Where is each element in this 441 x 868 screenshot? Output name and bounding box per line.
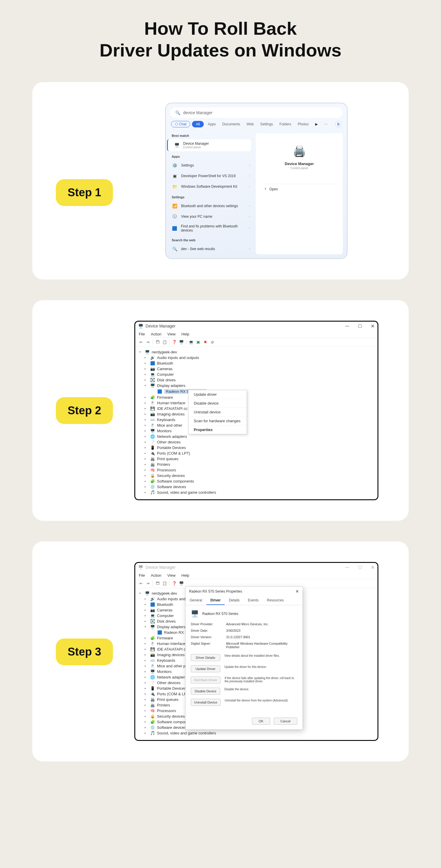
menu-view[interactable]: View	[167, 332, 175, 336]
menu-action[interactable]: Action	[151, 332, 161, 336]
minimize-button[interactable]: —	[345, 565, 349, 570]
tab-chat[interactable]: ⬡Chat	[171, 121, 190, 127]
tool-icon[interactable]: ❓	[171, 580, 177, 587]
tree-portable[interactable]: Portable Devices	[157, 686, 186, 690]
tool-icon[interactable]: ⊘	[209, 339, 215, 345]
disable-device-button[interactable]: Disable Device	[191, 688, 220, 695]
tree-print-queues[interactable]: Print queues	[157, 698, 178, 702]
tree-imaging[interactable]: Imaging devices	[157, 412, 184, 416]
tree-computer[interactable]: Computer	[157, 372, 174, 377]
maximize-button[interactable]: ▢	[358, 323, 362, 329]
tree-sound[interactable]: Sound, video and game controllers	[157, 731, 216, 735]
tab-resources[interactable]: Resources	[263, 596, 288, 605]
tool-icon[interactable]: 📋	[161, 580, 168, 587]
tab-details[interactable]: Details	[225, 596, 244, 605]
tool-icon[interactable]: 🗔	[154, 339, 161, 345]
cancel-button[interactable]: Cancel	[274, 718, 297, 725]
tool-icon[interactable]: ▣	[195, 339, 201, 345]
menu-help[interactable]: Help	[181, 332, 189, 336]
menu-help[interactable]: Help	[181, 573, 189, 578]
play-icon[interactable]: ▶	[313, 121, 320, 127]
properties-close-button[interactable]: ✕	[296, 589, 299, 594]
tree-portable[interactable]: Portable Devices	[157, 445, 186, 450]
tree-mice[interactable]: Mice and other	[157, 423, 182, 428]
tree-print-queues[interactable]: Print queues	[157, 457, 178, 461]
tab-documents[interactable]: Documents	[220, 121, 242, 127]
tree-imaging[interactable]: Imaging devices	[157, 653, 184, 657]
tree-sound[interactable]: Sound, video and game controllers	[157, 490, 216, 495]
result-pc-name[interactable]: ⓘView your PC name›	[166, 211, 254, 222]
tree-cameras[interactable]: Cameras	[157, 367, 173, 371]
result-bt-troubleshoot[interactable]: 🟦Find and fix problems with Bluetooth de…	[166, 222, 254, 235]
tree-audio[interactable]: Audio inputs and outputs	[157, 355, 199, 360]
menu-view[interactable]: View	[167, 573, 175, 578]
tab-photos[interactable]: Photos	[296, 121, 311, 127]
tree-computer[interactable]: Computer	[157, 614, 174, 618]
tree-network[interactable]: Network adapters	[157, 675, 187, 679]
forward-icon[interactable]: ⇒	[145, 580, 151, 587]
result-powershell[interactable]: ▣Developer PowerShell for VS 2019›	[166, 170, 254, 181]
menu-file[interactable]: File	[139, 332, 145, 336]
tab-folders[interactable]: Folders	[277, 121, 294, 127]
tree-display-adapters[interactable]: Display adapters	[157, 383, 185, 388]
back-icon[interactable]: ⇐	[138, 580, 144, 587]
ctx-properties[interactable]: Properties	[189, 426, 247, 434]
tree-other[interactable]: Other devices	[157, 440, 180, 444]
tab-events[interactable]: Events	[244, 596, 263, 605]
tree-other[interactable]: Other devices	[157, 681, 180, 685]
bing-icon[interactable]: b	[335, 121, 342, 127]
result-settings[interactable]: ⚙️Settings›	[166, 160, 254, 170]
tab-all[interactable]: All	[192, 121, 203, 127]
update-driver-button[interactable]: Update Driver	[191, 665, 220, 672]
tree-processors[interactable]: Processors	[157, 468, 176, 472]
ctx-scan-hardware[interactable]: Scan for hardware changes	[189, 416, 247, 426]
result-web-dev[interactable]: 🔍dev - See web results›	[166, 244, 254, 254]
driver-details-button[interactable]: Driver Details	[191, 654, 220, 661]
ctx-disable-device[interactable]: Disable device	[189, 399, 247, 408]
tree-printers[interactable]: Printers	[157, 703, 170, 707]
ctx-uninstall-device[interactable]: Uninstall device	[189, 408, 247, 416]
tree-cameras[interactable]: Cameras	[157, 608, 173, 612]
tree-monitors[interactable]: Monitors	[157, 670, 172, 674]
menu-action[interactable]: Action	[151, 573, 161, 578]
ctx-update-driver[interactable]: Update driver	[189, 390, 247, 399]
open-action[interactable]: ↗Open	[261, 184, 338, 194]
tree-display-adapters[interactable]: Display adapters	[157, 625, 185, 629]
tab-apps[interactable]: Apps	[205, 121, 218, 127]
tree-security[interactable]: Security devices	[157, 714, 185, 718]
tree-sw-devices[interactable]: Software devices	[157, 725, 186, 730]
search-input[interactable]: 🔍 device Manager	[170, 107, 343, 118]
uninstall-device-button[interactable]: Uninstall Device	[191, 699, 220, 706]
tool-icon[interactable]: 🗔	[154, 580, 161, 587]
maximize-button[interactable]: ▢	[358, 565, 362, 570]
tree-network[interactable]: Network adapters	[157, 434, 187, 439]
tab-general[interactable]: General	[185, 596, 206, 605]
result-device-manager[interactable]: 🖥️ Device ManagerControl panel	[167, 139, 251, 151]
tree-printers[interactable]: Printers	[157, 462, 170, 467]
tree-bluetooth[interactable]: Bluetooth	[157, 602, 173, 607]
tree-ide[interactable]: IDE ATA/ATAPI cc	[157, 406, 188, 411]
close-button[interactable]: ✕	[371, 323, 375, 329]
menu-file[interactable]: File	[139, 573, 145, 578]
tree-firmware[interactable]: Firmware	[157, 395, 173, 400]
tree-firmware[interactable]: Firmware	[157, 636, 173, 640]
more-icon[interactable]: ⋯	[322, 121, 330, 127]
forward-icon[interactable]: ⇒	[145, 339, 151, 345]
tree-sw-components[interactable]: Software components	[157, 479, 194, 484]
tree-security[interactable]: Security devices	[157, 473, 185, 478]
tree-sw-devices[interactable]: Software devices	[157, 485, 186, 489]
tree-bluetooth[interactable]: Bluetooth	[157, 361, 173, 366]
tree-keyboards[interactable]: Keyboards	[157, 417, 175, 422]
tool-icon[interactable]: 💻	[188, 339, 194, 345]
tree-root[interactable]: nerdygeek-dev	[152, 350, 177, 354]
result-sdk[interactable]: 📁Windows Software Development Kit›	[166, 181, 254, 192]
ok-button[interactable]: OK	[252, 718, 270, 725]
tool-icon[interactable]: ❓	[171, 339, 177, 345]
tool-icon[interactable]: 🖥️	[178, 580, 184, 587]
tree-processors[interactable]: Processors	[157, 709, 176, 713]
tab-settings[interactable]: Settings	[258, 121, 275, 127]
tree-hid[interactable]: Human Interface	[157, 401, 185, 405]
tab-web[interactable]: Web	[244, 121, 256, 127]
tab-driver[interactable]: Driver	[206, 596, 225, 605]
tool-icon[interactable]: ✖	[202, 339, 208, 345]
